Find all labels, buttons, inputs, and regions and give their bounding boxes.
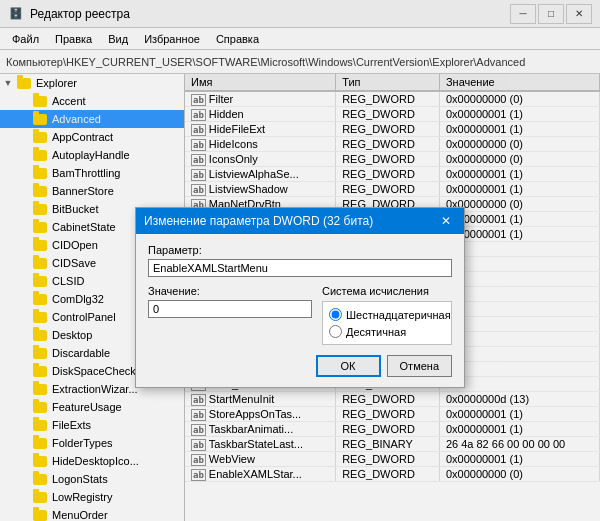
dialog-buttons: ОК Отмена — [148, 355, 452, 377]
close-button[interactable]: ✕ — [566, 4, 592, 24]
menu-item-вид[interactable]: Вид — [100, 31, 136, 47]
title-bar-left: 🗄️ Редактор реестра — [8, 6, 130, 22]
dialog-row: Значение: Система исчисления Шестнадцате… — [148, 285, 452, 345]
title-bar-controls: ─ □ ✕ — [510, 4, 592, 24]
hex-label: Шестнадцатеричная — [346, 309, 451, 321]
title-bar: 🗄️ Редактор реестра ─ □ ✕ — [0, 0, 600, 28]
dialog-title: Изменение параметра DWORD (32 бита) — [144, 214, 373, 228]
ok-button[interactable]: ОК — [316, 355, 381, 377]
dec-label: Десятичная — [346, 326, 406, 338]
value-label: Значение: — [148, 285, 312, 297]
menu-item-правка[interactable]: Правка — [47, 31, 100, 47]
minimize-button[interactable]: ─ — [510, 4, 536, 24]
dialog-overlay: Изменение параметра DWORD (32 бита) ✕ Па… — [0, 74, 600, 521]
radio-group: Шестнадцатеричная Десятичная — [322, 301, 452, 345]
radix-section: Система исчисления Шестнадцатеричная Дес… — [322, 285, 452, 345]
app-title: Редактор реестра — [30, 7, 130, 21]
menu-bar: ФайлПравкаВидИзбранноеСправка — [0, 28, 600, 50]
address-bar: Компьютер\HKEY_CURRENT_USER\SOFTWARE\Mic… — [0, 50, 600, 74]
dialog-title-bar: Изменение параметра DWORD (32 бита) ✕ — [136, 208, 464, 234]
dialog-body: Параметр: Значение: Система исчисления Ш — [136, 234, 464, 387]
param-label: Параметр: — [148, 244, 452, 256]
radix-title: Система исчисления — [322, 285, 452, 297]
address-text: Компьютер\HKEY_CURRENT_USER\SOFTWARE\Mic… — [6, 56, 525, 68]
param-field: Параметр: — [148, 244, 452, 277]
maximize-button[interactable]: □ — [538, 4, 564, 24]
menu-item-файл[interactable]: Файл — [4, 31, 47, 47]
dec-radio[interactable]: Десятичная — [329, 325, 445, 338]
value-input[interactable] — [148, 300, 312, 318]
main-content: ▼ExplorerAccentAdvancedAppContractAutopl… — [0, 74, 600, 521]
menu-item-избранное[interactable]: Избранное — [136, 31, 208, 47]
hex-radio[interactable]: Шестнадцатеричная — [329, 308, 445, 321]
hex-radio-input[interactable] — [329, 308, 342, 321]
edit-dword-dialog: Изменение параметра DWORD (32 бита) ✕ Па… — [135, 207, 465, 388]
value-section: Значение: — [148, 285, 312, 345]
menu-item-справка[interactable]: Справка — [208, 31, 267, 47]
cancel-button[interactable]: Отмена — [387, 355, 452, 377]
dialog-close-button[interactable]: ✕ — [436, 213, 456, 229]
param-input[interactable] — [148, 259, 452, 277]
app-icon: 🗄️ — [8, 6, 24, 22]
dec-radio-input[interactable] — [329, 325, 342, 338]
